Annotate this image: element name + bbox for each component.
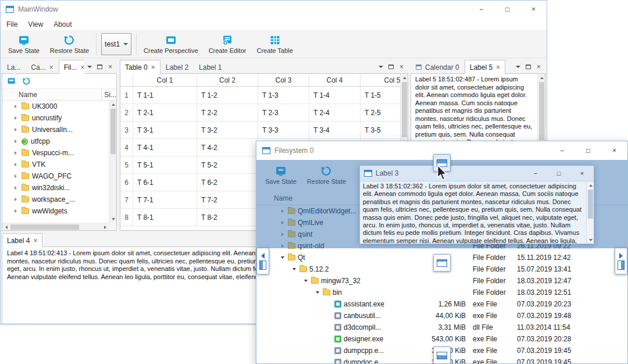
expand-chevron-icon[interactable] bbox=[13, 185, 19, 191]
scroll-left-icon[interactable] bbox=[2, 223, 10, 231]
tree-item-bin[interactable]: binFile Folder18.03.2019 12:51 bbox=[256, 287, 627, 298]
tree-item-designer-exe[interactable]: designer.exe543,00 KiBexe File07.03.2019… bbox=[256, 333, 627, 345]
column-header-col-4[interactable]: Col 4 bbox=[309, 74, 361, 86]
mini-restore-state-button[interactable] bbox=[19, 75, 33, 88]
tab-calendar-0[interactable]: Calendar 0 bbox=[411, 60, 465, 74]
table-cell[interactable]: T 4-2 bbox=[197, 139, 258, 156]
expand-chevron-icon[interactable] bbox=[280, 208, 286, 214]
expand-chevron-icon[interactable] bbox=[13, 197, 19, 202]
column-header-size[interactable]: Si... bbox=[102, 89, 116, 100]
table-cell[interactable]: T 6-1 bbox=[133, 174, 197, 191]
close-dock-icon[interactable]: × bbox=[534, 62, 544, 72]
column-header-col-1[interactable]: Col 1 bbox=[133, 74, 197, 86]
tab-label-5[interactable]: Label 5× bbox=[465, 60, 505, 74]
tree-item-wwwidgets[interactable]: wwWidgets bbox=[2, 205, 109, 217]
table-cell[interactable]: T 2-5 bbox=[361, 104, 400, 121]
tree-item-universalin[interactable]: UniversalIn... bbox=[2, 124, 109, 135]
tree-item-canbusutil[interactable]: canbusutil...44,00 KiBexe File07.03.2019… bbox=[256, 310, 627, 322]
fs-restore-state-button[interactable]: Restore State bbox=[302, 164, 351, 186]
menu-item-about[interactable]: About bbox=[48, 19, 77, 30]
mini-save-state-button[interactable] bbox=[4, 75, 18, 88]
expand-chevron-icon[interactable] bbox=[13, 208, 19, 214]
minimize-button[interactable]: − bbox=[468, 1, 494, 18]
expand-chevron-icon[interactable] bbox=[280, 231, 286, 237]
table-cell[interactable]: T 2-3 bbox=[258, 104, 309, 121]
minimize-button[interactable]: − bbox=[549, 141, 575, 160]
column-header-col-3[interactable]: Col 3 bbox=[258, 74, 309, 86]
restore-state-button[interactable]: Restore State bbox=[45, 33, 94, 55]
combo-dropdown-icon[interactable] bbox=[123, 43, 128, 45]
scroll-up-icon[interactable] bbox=[587, 181, 594, 189]
tab-close-icon[interactable]: × bbox=[151, 64, 155, 71]
tab-fil[interactable]: Fil...× bbox=[59, 60, 84, 74]
create-editor-button[interactable]: Create Editor bbox=[204, 33, 252, 55]
tree-item-vtk[interactable]: VTK bbox=[2, 159, 109, 170]
tab-ca[interactable]: Ca...× bbox=[26, 60, 58, 74]
table-cell[interactable]: T 8-1 bbox=[133, 209, 197, 226]
perspective-combo[interactable]: test1 bbox=[101, 33, 131, 55]
close-dock-icon[interactable]: × bbox=[105, 62, 115, 72]
expand-chevron-icon[interactable] bbox=[13, 150, 19, 156]
table-cell[interactable]: T 8-2 bbox=[197, 209, 258, 226]
scroll-down-icon[interactable] bbox=[109, 215, 117, 223]
tab-la[interactable]: La... bbox=[2, 60, 26, 74]
expand-chevron-icon[interactable] bbox=[280, 255, 286, 260]
scrollbar-thumb[interactable] bbox=[402, 82, 407, 137]
tab-label-2[interactable]: Label 2 bbox=[160, 60, 194, 74]
table-cell[interactable]: T 5-2 bbox=[197, 156, 258, 173]
drop-indicator-center[interactable] bbox=[433, 254, 451, 272]
label3-titlebar[interactable]: Label 3 − □ × bbox=[360, 166, 594, 181]
tab-close-icon[interactable]: × bbox=[49, 64, 53, 71]
menu-item-file[interactable]: File bbox=[1, 19, 23, 30]
tree-item-vespucci-m[interactable]: Vespucci-m... bbox=[2, 147, 109, 159]
maximize-button[interactable]: □ bbox=[494, 1, 520, 18]
tree-item-assistant-exe[interactable]: assistant.exe1,26 MiBexe File07.03.2019 … bbox=[256, 298, 627, 310]
column-header-name[interactable]: Name bbox=[2, 89, 102, 100]
drop-indicator-left[interactable] bbox=[256, 248, 269, 274]
tree-item-uncrustify[interactable]: uncrustify bbox=[2, 112, 109, 124]
scrollbar-thumb[interactable] bbox=[10, 224, 79, 230]
table-cell[interactable]: T 1-2 bbox=[197, 87, 258, 104]
tab-close-icon[interactable]: × bbox=[496, 64, 500, 71]
scroll-up-icon[interactable] bbox=[109, 101, 117, 108]
create-perspective-button[interactable]: Create Perspective bbox=[138, 33, 204, 55]
expand-chevron-icon[interactable] bbox=[280, 243, 286, 249]
left-tree-horizontal-scrollbar[interactable] bbox=[2, 223, 109, 230]
tabs-menu-icon[interactable] bbox=[376, 62, 386, 72]
scroll-right-icon[interactable] bbox=[101, 223, 109, 231]
scrollbar-thumb[interactable] bbox=[588, 190, 593, 219]
table-cell[interactable]: T 1-5 bbox=[361, 87, 400, 104]
table-cell[interactable]: T 2-2 bbox=[197, 104, 258, 121]
main-titlebar[interactable]: MainWindow − □ × bbox=[1, 1, 547, 18]
tab-table-0[interactable]: Table 0× bbox=[120, 60, 160, 74]
expand-chevron-icon[interactable] bbox=[280, 220, 286, 226]
table-cell[interactable]: T 4-1 bbox=[133, 139, 197, 156]
scroll-up-icon[interactable] bbox=[538, 74, 545, 81]
expand-chevron-icon[interactable] bbox=[315, 290, 320, 295]
table-cell[interactable]: T 5-1 bbox=[133, 156, 197, 173]
tabs-menu-icon[interactable] bbox=[84, 62, 94, 72]
drop-indicator-right[interactable] bbox=[615, 248, 627, 274]
expand-chevron-icon[interactable] bbox=[303, 278, 309, 284]
undock-icon[interactable] bbox=[95, 62, 105, 72]
drop-indicator-bottom[interactable] bbox=[433, 347, 451, 364]
scrollbar-thumb[interactable] bbox=[110, 109, 116, 154]
table-cell[interactable]: T 3-4 bbox=[309, 122, 361, 138]
close-dock-icon[interactable]: × bbox=[397, 62, 406, 72]
undock-icon[interactable] bbox=[523, 62, 533, 72]
table-cell[interactable]: T 3-5 bbox=[361, 122, 400, 138]
column-header-col-2[interactable]: Col 2 bbox=[197, 74, 258, 86]
table-cell[interactable]: T 6-2 bbox=[197, 174, 258, 191]
table-cell[interactable]: T 1-4 bbox=[309, 87, 361, 104]
table-cell[interactable]: T 7-2 bbox=[197, 191, 258, 208]
scrollbar-thumb[interactable] bbox=[539, 82, 544, 140]
create-table-button[interactable]: Create Table bbox=[251, 33, 298, 55]
tab-close-icon[interactable]: × bbox=[33, 237, 37, 244]
table-cell[interactable]: T 2-4 bbox=[309, 104, 361, 121]
expand-chevron-icon[interactable] bbox=[13, 104, 19, 109]
scroll-up-icon[interactable] bbox=[401, 74, 408, 81]
close-button[interactable]: × bbox=[601, 141, 627, 160]
label3-vertical-scrollbar[interactable] bbox=[586, 181, 594, 244]
menu-item-view[interactable]: View bbox=[23, 19, 48, 30]
tree-item-win32diski[interactable]: win32diski... bbox=[2, 182, 109, 194]
